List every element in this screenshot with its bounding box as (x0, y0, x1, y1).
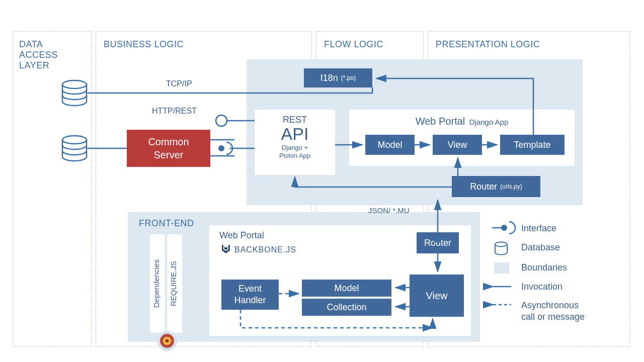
web-portal-sub: Django App (469, 118, 509, 126)
fe-event-box: Event Handler (221, 280, 279, 310)
fe-backbone: BACKBONE.JS (234, 245, 296, 254)
data-access-layer-box (13, 31, 92, 347)
legend-async: Asynchronous call or message (521, 300, 585, 323)
requirejs-text: REQUIRE.JS (169, 244, 178, 323)
i18n-label: I18n (320, 73, 338, 83)
view-box: View (433, 135, 482, 155)
backbone-logo-icon (219, 243, 232, 258)
rest-api-title: REST (255, 110, 335, 125)
legend-invocation: Invocation (521, 282, 562, 292)
legend-boundaries: Boundaries (521, 262, 567, 273)
legend-database: Database (521, 242, 560, 253)
router-label: Router (470, 182, 497, 192)
tcpip-label: TCP/IP (166, 79, 192, 88)
data-access-label: DATA ACCESS LAYER (19, 39, 58, 71)
router-box: Router (urls.py) (452, 176, 540, 197)
fe-router-box: Router (417, 232, 459, 253)
router-sub: (urls.py) (500, 183, 522, 190)
fe-collection-box: Collection (302, 299, 391, 316)
rest-api-box: REST API Django + Piston App (255, 110, 335, 175)
web-portal-title: Web Portal (416, 116, 465, 127)
fe-web-portal: Web Portal (219, 230, 264, 241)
rest-api-big: API (255, 124, 335, 144)
svg-point-6 (166, 339, 169, 343)
template-box: Template (500, 135, 565, 155)
json-mu-label: JSON/ *.MU (368, 206, 410, 215)
presentation-logic-label: PRESENTATION LOGIC (436, 39, 540, 50)
httprest-label: HTTP/REST (152, 107, 197, 116)
fe-view-box: View (410, 275, 464, 317)
fe-model-box: Model (302, 280, 391, 297)
dependencies-text: Dependencies (152, 239, 160, 328)
frontend-label: FRONT-END (139, 218, 194, 229)
target-icon (156, 330, 178, 354)
i18n-sub: (*.po) (341, 74, 356, 81)
rest-api-sub: Django + Piston App (255, 144, 335, 160)
i18n-box: I18n (*.po) (304, 68, 372, 87)
legend-interface: Interface (521, 223, 556, 234)
flow-logic-label: FLOW LOGIC (324, 39, 383, 50)
model-box: Model (365, 135, 415, 155)
business-logic-label: BUSINESS LOGIC (104, 39, 184, 50)
common-server-box: Common Server (127, 130, 210, 167)
